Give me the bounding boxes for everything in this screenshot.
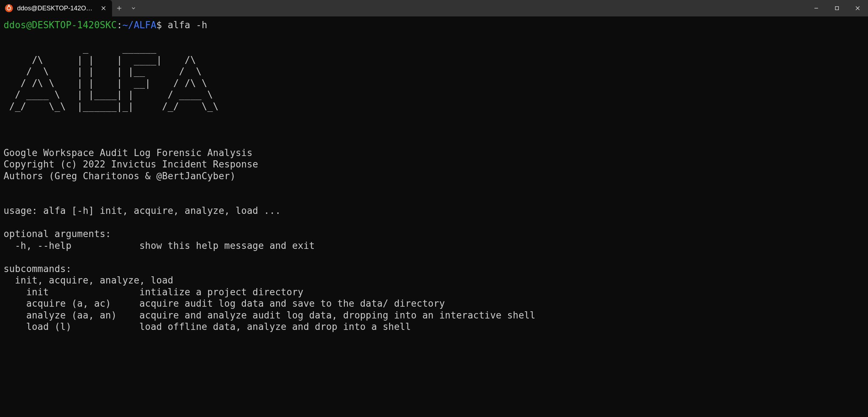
intro-line-2: Copyright (c) 2022 Invictus Incident Res… <box>4 159 258 170</box>
new-tab-button[interactable] <box>112 0 126 16</box>
prompt-dollar: $ <box>156 20 162 30</box>
command-text: alfa -h <box>162 20 207 30</box>
subcommands-list: init, acquire, analyze, load <box>4 275 173 286</box>
optional-arg-desc: show this help message and exit <box>140 240 315 251</box>
title-bar: ddos@DESKTOP-142OSKC: ~/… <box>0 0 868 16</box>
close-tab-button[interactable] <box>100 5 107 12</box>
ascii-art-logo: _ ______ /\ | | | ____| /\ / \ | | | |__… <box>4 43 236 112</box>
subcommand-rows: init intialize a project directory acqui… <box>4 287 535 332</box>
svg-rect-0 <box>836 7 839 10</box>
terminal-tab[interactable]: ddos@DESKTOP-142OSKC: ~/… <box>0 0 112 16</box>
tab-dropdown-button[interactable] <box>126 0 141 16</box>
tab-title: ddos@DESKTOP-142OSKC: ~/… <box>17 5 96 12</box>
minimize-button[interactable] <box>806 0 827 16</box>
subcommands-header: subcommands: <box>4 263 71 274</box>
intro-line-1: Google Workspace Audit Log Forensic Anal… <box>4 147 253 158</box>
prompt-user-host: ddos@DESKTOP-1420SKC <box>4 20 117 30</box>
prompt-path: ~/ALFA <box>122 20 156 30</box>
prompt-sep: : <box>117 20 122 30</box>
maximize-button[interactable] <box>827 0 847 16</box>
window-controls <box>806 0 868 16</box>
optional-args-header: optional arguments: <box>4 228 111 239</box>
ubuntu-icon <box>5 4 13 12</box>
usage-line: usage: alfa [-h] init, acquire, analyze,… <box>4 205 281 216</box>
terminal-body[interactable]: ddos@DESKTOP-1420SKC:~/ALFA$ alfa -h _ _… <box>0 16 868 336</box>
close-window-button[interactable] <box>847 0 868 16</box>
intro-line-3: Authors (Greg Charitonos & @BertJanCyber… <box>4 171 236 181</box>
title-bar-spacer <box>141 0 806 16</box>
optional-arg-flag: -h, --help <box>4 240 71 251</box>
